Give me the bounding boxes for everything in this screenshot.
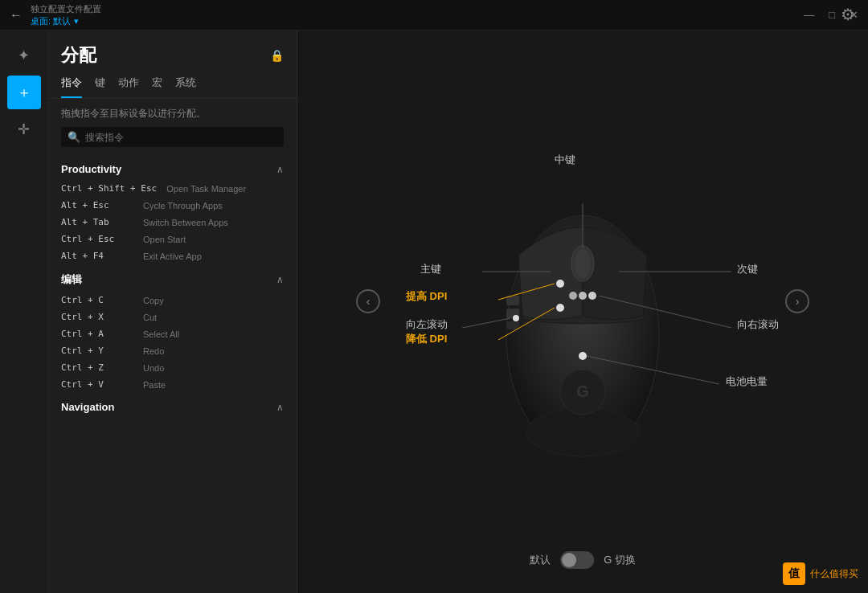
tab-system[interactable]: 系统 <box>175 76 196 98</box>
cmd-key: Alt + Esc <box>61 200 133 211</box>
svg-point-13 <box>556 280 564 288</box>
cmd-label: Exit Active App <box>143 252 202 261</box>
content-area: G <box>297 31 868 593</box>
label-secondary-key: 次键 <box>737 262 758 276</box>
list-item[interactable]: Alt + Tab Switch Between Apps <box>48 214 297 231</box>
section-navigation[interactable]: Navigation ∧ <box>48 393 297 418</box>
cmd-label: Open Task Manager <box>166 184 246 194</box>
svg-line-20 <box>462 318 510 328</box>
back-button[interactable]: ← <box>10 8 23 22</box>
svg-point-9 <box>569 292 577 300</box>
section-productivity-toggle: ∧ <box>276 164 284 175</box>
toggle-label-left: 默认 <box>530 553 551 567</box>
prev-arrow[interactable]: ‹ <box>356 289 380 313</box>
sidebar-item-assign[interactable]: ＋ <box>7 76 41 109</box>
list-item[interactable]: Ctrl + Z Undo <box>48 359 297 376</box>
watermark: 值 什么值得买 <box>783 562 858 585</box>
titlebar: ← 独立配置文件配置 桌面: 默认 ▾ — □ ✕ <box>0 0 868 31</box>
label-battery: 电池电量 <box>726 374 768 389</box>
list-item[interactable]: Ctrl + V Paste <box>48 376 297 393</box>
svg-point-10 <box>579 292 587 300</box>
svg-point-11 <box>588 292 596 300</box>
tab-keys[interactable]: 键 <box>95 76 105 98</box>
list-item[interactable]: Ctrl + Shift + Esc Open Task Manager <box>48 180 297 197</box>
section-edit-toggle: ∧ <box>276 274 284 285</box>
svg-point-12 <box>513 315 519 321</box>
cmd-label: Undo <box>143 363 164 373</box>
mouse-diagram: G <box>350 79 816 545</box>
label-dpi-up: 提高 DPI <box>406 289 447 304</box>
icon-sidebar: ✦ ＋ ✛ <box>0 31 48 593</box>
section-navigation-toggle: ∧ <box>276 402 284 413</box>
assign-panel: 分配 🔒 指令 键 动作 宏 系统 拖拽指令至目标设备以进行分配。 🔍 Prod… <box>48 31 297 593</box>
cmd-label: Copy <box>143 296 164 305</box>
section-productivity-title: Productivity <box>61 163 121 175</box>
panel-title: 分配 <box>61 43 96 67</box>
settings-button[interactable]: ⚙ <box>841 5 855 24</box>
svg-point-2 <box>575 249 591 278</box>
section-productivity[interactable]: Productivity ∧ <box>48 155 297 180</box>
panel-header: 分配 🔒 <box>48 31 297 67</box>
title-line1: 独立配置文件配置 <box>31 3 101 14</box>
section-edit-title: 编辑 <box>61 272 82 287</box>
cmd-key: Ctrl + A <box>61 329 133 339</box>
cmd-label: Cycle Through Apps <box>143 201 223 211</box>
toggle-switch[interactable] <box>560 551 594 569</box>
next-arrow[interactable]: › <box>785 289 809 313</box>
titlebar-left: ← 独立配置文件配置 桌面: 默认 ▾ <box>10 3 101 27</box>
toggle-label-right: G 切换 <box>604 553 636 567</box>
sidebar-item-light[interactable]: ✦ <box>7 39 41 72</box>
list-item[interactable]: Alt + F4 Exit Active App <box>48 247 297 264</box>
tab-commands[interactable]: 指令 <box>61 76 82 98</box>
watermark-label: 什么值得买 <box>810 567 858 581</box>
svg-point-15 <box>579 352 587 360</box>
minimize-button[interactable]: — <box>804 9 814 21</box>
cmd-label: Redo <box>143 346 164 356</box>
svg-text:G: G <box>576 382 589 400</box>
tab-macros[interactable]: 宏 <box>152 76 162 98</box>
cmd-key: Ctrl + Y <box>61 346 133 356</box>
maximize-button[interactable]: □ <box>829 9 835 21</box>
toggle-bar: 默认 G 切换 <box>530 551 636 569</box>
titlebar-title: 独立配置文件配置 桌面: 默认 ▾ <box>31 3 101 27</box>
list-item[interactable]: Ctrl + Y Redo <box>48 342 297 359</box>
cmd-label: Switch Between Apps <box>143 218 228 227</box>
watermark-icon: 值 <box>783 562 805 585</box>
label-middle-key: 中键 <box>555 153 575 167</box>
list-item[interactable]: Ctrl + Esc Open Start <box>48 231 297 247</box>
cmd-key: Ctrl + V <box>61 379 133 390</box>
cmd-key: Alt + Tab <box>61 217 133 227</box>
cmd-label: Paste <box>143 380 166 390</box>
cmd-key: Alt + F4 <box>61 251 133 261</box>
list-item[interactable]: Ctrl + C Copy <box>48 292 297 309</box>
main-layout: ✦ ＋ ✛ 分配 🔒 指令 键 动作 宏 系统 拖拽指令至目标设备以进行分配。 … <box>0 31 868 593</box>
search-box[interactable]: 🔍 <box>61 127 284 147</box>
panel-tabs: 指令 键 动作 宏 系统 <box>48 67 297 99</box>
panel-description: 拖拽指令至目标设备以进行分配。 <box>48 99 297 127</box>
cmd-label: Select All <box>143 329 179 339</box>
section-edit[interactable]: 编辑 ∧ <box>48 264 297 292</box>
sidebar-item-crosshair[interactable]: ✛ <box>7 112 41 146</box>
toggle-knob <box>562 553 576 567</box>
section-navigation-title: Navigation <box>61 401 114 413</box>
cmd-key: Ctrl + X <box>61 312 133 322</box>
label-dpi-down: 降低 DPI <box>406 332 447 346</box>
search-icon: 🔍 <box>68 131 80 143</box>
svg-point-14 <box>556 304 564 312</box>
command-list: Productivity ∧ Ctrl + Shift + Esc Open T… <box>48 155 297 593</box>
list-item[interactable]: Alt + Esc Cycle Through Apps <box>48 197 297 214</box>
cmd-label: Open Start <box>143 235 186 244</box>
cmd-key: Ctrl + Esc <box>61 234 133 244</box>
label-primary-key: 主键 <box>420 262 441 276</box>
label-scroll-right: 向右滚动 <box>737 317 779 332</box>
search-input[interactable] <box>85 132 277 143</box>
cmd-label: Cut <box>143 313 157 322</box>
list-item[interactable]: Ctrl + A Select All <box>48 325 297 342</box>
list-item[interactable]: Ctrl + X Cut <box>48 309 297 325</box>
cmd-key: Ctrl + Z <box>61 362 133 373</box>
cmd-key: Ctrl + Shift + Esc <box>61 183 157 194</box>
svg-point-6 <box>526 408 639 456</box>
label-scroll-left: 向左滚动 <box>406 317 448 332</box>
lock-icon: 🔒 <box>270 49 284 62</box>
tab-actions[interactable]: 动作 <box>118 76 139 98</box>
